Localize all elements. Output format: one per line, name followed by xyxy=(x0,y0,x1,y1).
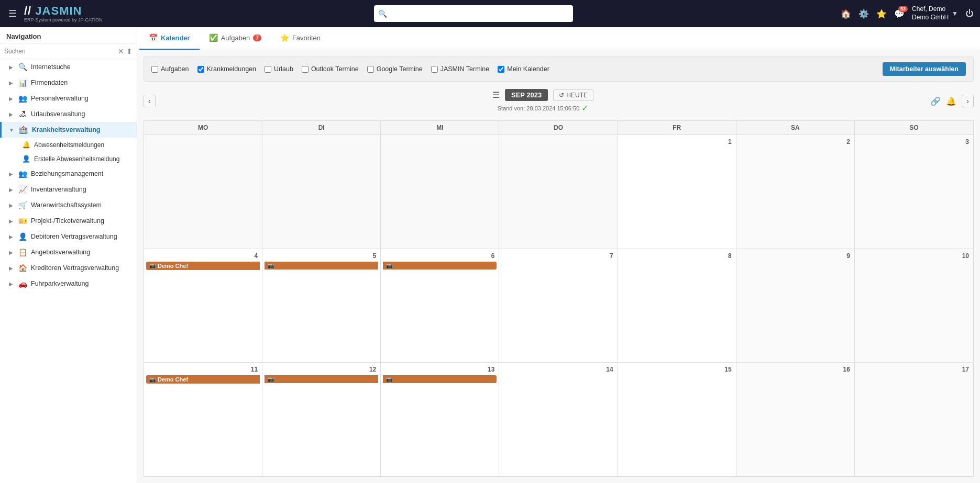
cal-next-button[interactable]: › xyxy=(962,95,974,107)
cal-cell-3[interactable]: 3 xyxy=(855,135,973,249)
filter-mein-kalender[interactable]: Mein Kalender xyxy=(498,65,549,73)
sidebar-item-personalverwaltung[interactable]: ▶ 👥 Personalverwaltung xyxy=(0,91,137,106)
topbar: ☰ // JASMIN ERP-System powered by JP-CAT… xyxy=(0,0,980,27)
cal-list-icon[interactable]: ☰ xyxy=(492,90,500,100)
home-icon[interactable]: 🏠 xyxy=(841,9,851,19)
cal-event-span-12[interactable]: 📷 xyxy=(265,375,378,383)
cal-cell-12[interactable]: 12 📷 xyxy=(262,363,381,476)
sidebar-item-label: Urlaubsverwaltung xyxy=(31,110,85,118)
sidebar-search-input[interactable] xyxy=(4,48,116,55)
tab-kalender-label: Kalender xyxy=(161,34,190,42)
warenwirtschaftssystem-icon: 🛒 xyxy=(18,201,27,209)
filter-krankmeldungen[interactable]: Krankmeldungen xyxy=(197,65,257,73)
tab-favoriten[interactable]: ⭐ Favoriten xyxy=(271,27,330,50)
global-search-input[interactable] xyxy=(374,5,573,22)
filter-urlaub[interactable]: Urlaub xyxy=(265,65,293,73)
sidebar-item-fuhrparkverwaltung[interactable]: ▶ 🚗 Fuhrparkverwaltung xyxy=(0,276,137,291)
cal-event-span-5[interactable]: 📷 xyxy=(265,262,378,269)
fuhrpark-icon: 🚗 xyxy=(18,279,27,288)
cal-month-title[interactable]: SEP 2023 xyxy=(505,89,548,101)
cal-link-icon[interactable]: 🔗 xyxy=(930,96,941,106)
sidebar-item-projekt-ticketverwaltung[interactable]: ▶ 🎫 Projekt-/Ticketverwaltung xyxy=(0,213,137,229)
sidebar-subitem-erstelle-abwesenheitsmeldung[interactable]: 👤 Erstelle Abwesenheitsmeldung xyxy=(0,152,137,166)
sidebar-item-krankheitsverwaltung[interactable]: ▼ 🏥 Krankheitsverwaltung xyxy=(0,122,137,138)
cal-cell[interactable] xyxy=(499,135,618,249)
filter-outlook-label: Outlook Termine xyxy=(311,65,359,73)
filter-aufgaben-checkbox[interactable] xyxy=(151,66,158,73)
filter-google-termine[interactable]: Google Termine xyxy=(367,65,423,73)
sidebar-item-beziehungsmanagement[interactable]: ▶ 👥 Beziehungsmanagement xyxy=(0,166,137,182)
filter-krankmeldungen-checkbox[interactable] xyxy=(197,66,204,73)
cal-day-num: 7 xyxy=(501,251,615,261)
sidebar-item-urlaubsverwaltung[interactable]: ▶ 🏖 Urlaubsverwaltung xyxy=(0,106,137,122)
app-logo: // JASMIN ERP-System powered by JP-CATIO… xyxy=(24,5,103,23)
cal-cell-16[interactable]: 16 xyxy=(736,363,855,476)
cal-cell-2[interactable]: 2 xyxy=(736,135,855,249)
sidebar-item-internetsuche[interactable]: ▶ 🔍 Internetsuche xyxy=(0,59,137,75)
cal-cell-4[interactable]: 4 📷 Demo Chef xyxy=(144,249,262,363)
cal-day-num: 9 xyxy=(739,251,852,261)
mitarbeiter-button[interactable]: Mitarbeiter auswählen xyxy=(883,62,966,76)
cal-event-end-6[interactable]: 📷 xyxy=(383,262,497,269)
cal-cell[interactable] xyxy=(262,135,381,249)
filter-outlook-checkbox[interactable] xyxy=(302,66,309,73)
sidebar-item-label: Fuhrparkverwaltung xyxy=(31,280,89,287)
sidebar-item-kreditoren[interactable]: ▶ 🏠 Kreditoren Vertragsverwaltung xyxy=(0,260,137,276)
cal-cell-13[interactable]: 13 📷 xyxy=(381,363,499,476)
cal-day-num: 12 xyxy=(265,365,378,374)
sidebar-item-warenwirtschaftssystem[interactable]: ▶ 🛒 Warenwirtschaftssystem xyxy=(0,197,137,213)
cal-cell[interactable] xyxy=(144,135,262,249)
cal-cell-17[interactable]: 17 xyxy=(855,363,973,476)
user-menu[interactable]: Chef, Demo Demo GmbH ▼ xyxy=(912,5,958,21)
cal-status-text: Stand von: 28.03.2024 15:06:50 xyxy=(498,105,580,111)
filter-outlook-termine[interactable]: Outlook Termine xyxy=(302,65,359,73)
tab-aufgaben[interactable]: ✅ Aufgaben 7 xyxy=(200,27,271,50)
filter-urlaub-checkbox[interactable] xyxy=(265,66,271,73)
cal-cell-15[interactable]: 15 xyxy=(618,363,736,476)
filter-mein-kalender-checkbox[interactable] xyxy=(498,66,504,73)
cal-cell-6[interactable]: 6 📷 xyxy=(381,249,499,363)
sidebar-item-label: Personalverwaltung xyxy=(31,95,89,102)
sidebar-subitem-abwesenheitsmeldungen[interactable]: 🔔 Abwesenheitsmeldungen xyxy=(0,138,137,152)
filter-aufgaben[interactable]: Aufgaben xyxy=(151,65,189,73)
cal-cell-8[interactable]: 8 xyxy=(618,249,736,363)
hamburger-menu[interactable]: ☰ xyxy=(6,6,19,21)
cal-cell-9[interactable]: 9 xyxy=(736,249,855,363)
cal-cell-7[interactable]: 7 xyxy=(499,249,618,363)
sidebar-item-angebotsverwaltung[interactable]: ▶ 📋 Angebotsverwaltung xyxy=(0,244,137,260)
sidebar-item-inventarverwaltung[interactable]: ▶ 📈 Inventarverwaltung xyxy=(0,182,137,197)
cal-cell-14[interactable]: 14 xyxy=(499,363,618,476)
arrow-icon: ▶ xyxy=(9,187,13,193)
filter-jasmin-termine[interactable]: JASMIN Termine xyxy=(431,65,490,73)
cal-day-num xyxy=(501,137,615,139)
filter-jasmin-checkbox[interactable] xyxy=(431,66,438,73)
cal-event-demo-chef-11[interactable]: 📷 Demo Chef xyxy=(146,375,260,384)
sidebar-search-clear-icon[interactable]: ✕ xyxy=(118,47,124,55)
cal-cell-1[interactable]: 1 xyxy=(618,135,736,249)
power-icon[interactable]: ⏻ xyxy=(965,9,974,18)
gear-icon[interactable]: ⚙️ xyxy=(858,9,869,19)
tab-kalender[interactable]: 📅 Kalender xyxy=(139,27,200,50)
cal-prev-button[interactable]: ‹ xyxy=(144,95,156,107)
sidebar: Navigation ✕ ⬆ ▶ 🔍 Internetsuche ▶ 📊 Fir… xyxy=(0,27,137,483)
cal-cell-5[interactable]: 5 📷 xyxy=(262,249,381,363)
cal-day-num: 1 xyxy=(620,137,734,147)
aufgaben-tab-icon: ✅ xyxy=(209,33,218,42)
sidebar-item-label: Inventarverwaltung xyxy=(31,186,86,193)
cal-cell[interactable] xyxy=(381,135,499,249)
calendar-header: ‹ ☰ SEP 2023 ↺ HEUTE Stand von: 28.03.20… xyxy=(144,87,974,115)
cal-event-demo-chef-4[interactable]: 📷 Demo Chef xyxy=(146,262,260,270)
filter-google-checkbox[interactable] xyxy=(367,66,374,73)
cal-bell-icon[interactable]: 🔔 xyxy=(946,96,956,106)
cal-today-button[interactable]: ↺ HEUTE xyxy=(553,89,593,101)
cal-event-end-13[interactable]: 📷 xyxy=(383,375,497,383)
cal-cell-11[interactable]: 11 📷 Demo Chef xyxy=(144,363,262,476)
sidebar-search-toggle-icon[interactable]: ⬆ xyxy=(126,47,133,55)
star-icon[interactable]: ⭐ xyxy=(876,9,887,19)
notification-wrap[interactable]: 💬 53 xyxy=(894,9,905,19)
cal-day-num xyxy=(265,137,378,139)
sidebar-item-debitoren[interactable]: ▶ 👤 Debitoren Vertragsverwaltung xyxy=(0,229,137,244)
sidebar-item-firmendaten[interactable]: ▶ 📊 Firmendaten xyxy=(0,75,137,91)
personalverwaltung-icon: 👥 xyxy=(18,94,27,103)
cal-cell-10[interactable]: 10 xyxy=(855,249,973,363)
